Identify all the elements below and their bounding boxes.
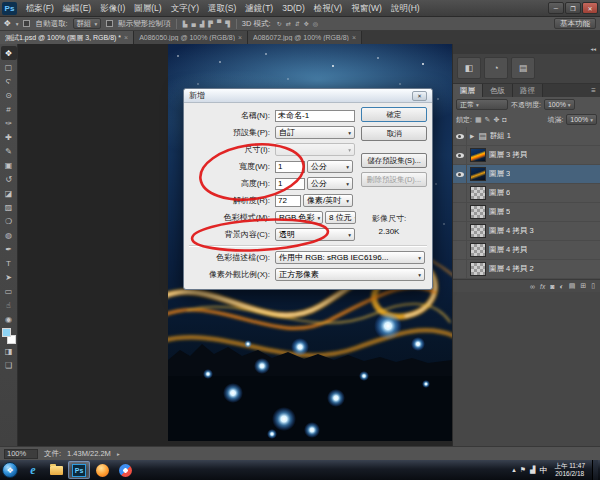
collapse-panels-icon[interactable]: ◂◂ (590, 46, 596, 52)
foreground-color-swatch[interactable] (2, 328, 11, 337)
3d-mode-icon[interactable]: ↻ (276, 20, 283, 27)
preset-dropdown[interactable]: 自訂 ▾ (275, 126, 355, 139)
layer-thumbnail[interactable] (470, 205, 486, 219)
tab-paths[interactable]: 路徑 (513, 84, 543, 97)
menu-window[interactable]: 視窗(W) (347, 0, 386, 17)
history-brush-tool[interactable]: ↺ (1, 172, 17, 186)
type-tool[interactable]: T (1, 256, 17, 270)
align-icon[interactable]: ▙ (182, 20, 189, 27)
align-icon[interactable]: ▄ (190, 20, 196, 27)
maximize-button[interactable]: ❐ (565, 2, 581, 14)
browser-ball-icon[interactable] (114, 461, 136, 479)
close-button[interactable]: ✕ (582, 2, 598, 14)
layer-group-icon[interactable]: ▤ (569, 282, 576, 290)
lock-position-icon[interactable]: ✥ (493, 116, 499, 124)
chevron-right-icon[interactable]: ▸ (117, 451, 120, 457)
menu-3d[interactable]: 3D(D) (278, 0, 309, 17)
move-tool[interactable]: ✥ (1, 46, 17, 60)
document-tab-3[interactable]: A086072.jpg @ 100% (RGB/8) × (248, 31, 362, 44)
menu-help[interactable]: 說明(H) (387, 0, 424, 17)
link-layers-icon[interactable]: ∞ (530, 283, 535, 290)
auto-select-dropdown[interactable]: 群組 ▾ (73, 18, 102, 29)
dialog-close-button[interactable]: ✕ (412, 91, 427, 101)
dialog-title-bar[interactable]: 新增 ✕ (184, 89, 432, 103)
tab-close-icon[interactable]: × (352, 34, 356, 41)
lock-transparency-icon[interactable]: ▦ (475, 116, 482, 124)
adjustment-layer-icon[interactable]: ◐ (559, 283, 563, 290)
zoom-level-field[interactable]: 100% (4, 449, 38, 459)
layer-row-layer-3[interactable]: 圖層 3 (453, 165, 600, 184)
eraser-tool[interactable]: ◪ (1, 186, 17, 200)
styles-panel-icon[interactable]: ▤ (511, 57, 535, 79)
visibility-toggle[interactable] (453, 165, 467, 183)
action-center-icon[interactable]: ⚑ (520, 466, 526, 474)
align-icon[interactable]: ▜ (224, 20, 231, 27)
3d-mode-icon[interactable]: ◎ (312, 20, 319, 27)
zoom-tool[interactable]: ◉ (1, 312, 17, 326)
tool-preset-icon[interactable]: ✥ (4, 19, 11, 28)
network-icon[interactable]: ▟ (530, 466, 535, 474)
cancel-button[interactable]: 取消 (361, 126, 427, 141)
visibility-toggle[interactable] (453, 127, 467, 145)
crop-tool[interactable]: # (1, 102, 17, 116)
document-tab-1[interactable]: 測試1.psd @ 100% (圖層 3, RGB/8) * × (0, 31, 134, 44)
dodge-tool[interactable]: ◍ (1, 228, 17, 242)
show-transform-checkbox[interactable] (106, 20, 113, 27)
layer-thumbnail[interactable] (470, 262, 486, 276)
layer-thumbnail[interactable] (470, 186, 486, 200)
layer-row-layer-4-copy[interactable]: 圖層 4 拷貝 (453, 241, 600, 260)
save-preset-button[interactable]: 儲存預設集(S)... (361, 153, 427, 168)
height-input[interactable]: 1 (275, 178, 305, 190)
color-profile-dropdown[interactable]: 作用中 RGB: sRGB IEC6196... ▾ (275, 251, 425, 264)
file-explorer-icon[interactable] (45, 461, 67, 479)
tab-close-icon[interactable]: × (124, 34, 128, 41)
menu-select[interactable]: 選取(S) (204, 0, 240, 17)
eyedropper-tool[interactable]: ✑ (1, 116, 17, 130)
clone-stamp-tool[interactable]: ▣ (1, 158, 17, 172)
blur-tool[interactable]: ❍ (1, 214, 17, 228)
adjustments-panel-icon[interactable]: ◔ (484, 57, 508, 79)
layer-row-layer-5[interactable]: 圖層 5 (453, 203, 600, 222)
panel-menu-icon[interactable]: ≡ (587, 84, 600, 97)
visibility-toggle[interactable] (453, 203, 467, 221)
quick-mask-icon[interactable]: ◨ (1, 344, 17, 358)
taskbar-clock[interactable]: 上午 11:47 2016/2/18 (554, 462, 585, 479)
auto-select-checkbox[interactable] (23, 20, 30, 27)
photoshop-taskbar-icon[interactable]: Ps (68, 461, 90, 479)
width-unit-dropdown[interactable]: 公分 ▾ (307, 160, 353, 173)
height-unit-dropdown[interactable]: 公分 ▾ (307, 177, 353, 190)
lasso-tool[interactable]: Ϛ (1, 74, 17, 88)
align-icon[interactable]: ▟ (199, 20, 206, 27)
align-icon[interactable]: ▀ (216, 20, 222, 27)
layer-row-layer-6[interactable]: 圖層 6 (453, 184, 600, 203)
menu-file[interactable]: 檔案(F) (22, 0, 58, 17)
healing-brush-tool[interactable]: ✚ (1, 130, 17, 144)
quick-selection-tool[interactable]: ⊙ (1, 88, 17, 102)
visibility-toggle[interactable] (453, 241, 467, 259)
ok-button[interactable]: 確定 (361, 107, 427, 122)
lock-all-icon[interactable]: ◘ (502, 116, 506, 124)
layer-row-layer-3-copy[interactable]: 圖層 3 拷貝 (453, 146, 600, 165)
path-selection-tool[interactable]: ➤ (1, 270, 17, 284)
minimize-button[interactable]: ─ (548, 2, 564, 14)
background-contents-dropdown[interactable]: 透明 ▾ (275, 228, 355, 241)
bit-depth-dropdown[interactable]: 8 位元 ▾ (325, 211, 356, 224)
layer-style-icon[interactable]: fx (540, 283, 545, 290)
name-input[interactable]: 未命名-1 (275, 110, 355, 122)
hand-tool[interactable]: ☝ (1, 298, 17, 312)
layer-row-group-1[interactable]: ▶ ▤ 群組 1 (453, 127, 600, 146)
show-desktop-button[interactable] (592, 460, 598, 480)
tab-channels[interactable]: 色版 (483, 84, 513, 97)
delete-layer-icon[interactable]: ▯ (591, 282, 595, 290)
opacity-dropdown[interactable]: 100% ▾ (544, 99, 575, 110)
marquee-tool[interactable]: ▢ (1, 60, 17, 74)
visibility-toggle[interactable] (453, 184, 467, 202)
tab-close-icon[interactable]: × (238, 34, 242, 41)
align-icon[interactable]: ▛ (207, 20, 214, 27)
layer-thumbnail[interactable] (470, 224, 486, 238)
pixel-aspect-dropdown[interactable]: 正方形像素 ▾ (275, 268, 425, 281)
menu-image[interactable]: 影像(I) (96, 0, 129, 17)
layer-row-layer-4-copy-2[interactable]: 圖層 4 拷貝 2 (453, 260, 600, 279)
brush-tool[interactable]: ✎ (1, 144, 17, 158)
group-expand-icon[interactable]: ▶ (470, 133, 474, 139)
